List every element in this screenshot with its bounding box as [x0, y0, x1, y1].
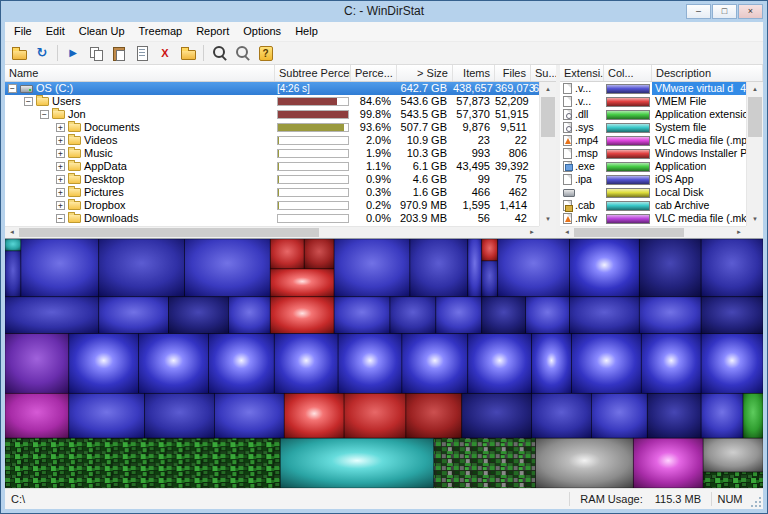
- treemap-block[interactable]: [410, 239, 468, 297]
- treemap-block[interactable]: [570, 239, 640, 297]
- menu-file[interactable]: File: [7, 22, 39, 41]
- extension-row[interactable]: .mkvVLC media file (.mkv): [560, 212, 746, 225]
- expand-toggle[interactable]: −: [24, 97, 33, 106]
- treemap-block[interactable]: [139, 334, 209, 394]
- report-button[interactable]: [131, 43, 153, 63]
- treemap-block[interactable]: [703, 438, 763, 472]
- expand-toggle[interactable]: +: [56, 201, 65, 210]
- treemap-block[interactable]: [145, 393, 215, 438]
- scroll-left-arrow-icon[interactable]: ◄: [560, 227, 574, 238]
- treemap-block[interactable]: [591, 393, 647, 438]
- treemap-block[interactable]: [208, 334, 274, 394]
- treemap-block[interactable]: [701, 334, 763, 394]
- treemap-block[interactable]: [5, 297, 99, 334]
- close-button[interactable]: ×: [738, 4, 763, 19]
- expand-toggle[interactable]: −: [8, 84, 17, 93]
- tree-row[interactable]: +Pictures0.3%1.6 GB466462: [5, 186, 539, 199]
- treemap-block[interactable]: [99, 297, 169, 334]
- scrollbar-thumb[interactable]: [574, 228, 684, 237]
- extension-row[interactable]: .cabcab Archive: [560, 199, 746, 212]
- treemap-block[interactable]: [5, 251, 21, 297]
- zoom-out-button[interactable]: [231, 43, 253, 63]
- extension-row[interactable]: .dllApplication extension: [560, 108, 746, 121]
- treemap-block[interactable]: [5, 393, 69, 438]
- extension-row[interactable]: .sysSystem file: [560, 121, 746, 134]
- expand-toggle[interactable]: +: [56, 149, 65, 158]
- extension-row[interactable]: .exeApplication: [560, 160, 746, 173]
- menu-options[interactable]: Options: [236, 22, 288, 41]
- menu-clean-up[interactable]: Clean Up: [72, 22, 132, 41]
- extension-row[interactable]: .mspWindows Installer Patch: [560, 147, 746, 160]
- treemap-block[interactable]: [99, 239, 185, 297]
- tree-row[interactable]: −OS (C:)[4:26 s]642.7 GB438,657369,0736: [5, 82, 539, 95]
- column-header-size[interactable]: > Size: [397, 65, 453, 81]
- treemap-block[interactable]: [701, 239, 763, 297]
- scroll-right-arrow-icon[interactable]: ►: [525, 227, 539, 238]
- treemap-block[interactable]: [5, 438, 280, 488]
- tree-row[interactable]: +Music1.9%10.3 GB993806: [5, 147, 539, 160]
- scrollbar-thumb[interactable]: [541, 97, 555, 137]
- treemap-block[interactable]: [390, 297, 436, 334]
- menu-edit[interactable]: Edit: [39, 22, 72, 41]
- treemap-block[interactable]: [338, 334, 402, 394]
- tree-vertical-scrollbar[interactable]: ▲ ▼: [539, 82, 556, 226]
- copy-button[interactable]: [85, 43, 107, 63]
- help-button[interactable]: [254, 43, 276, 63]
- treemap-block[interactable]: [482, 239, 498, 261]
- treemap-block[interactable]: [743, 393, 763, 438]
- treemap-block[interactable]: [228, 297, 270, 334]
- extension-vertical-scrollbar[interactable]: ▲ ▼: [746, 82, 763, 226]
- treemap-block[interactable]: [334, 297, 390, 334]
- menu-treemap[interactable]: Treemap: [132, 22, 190, 41]
- treemap-block[interactable]: [69, 334, 139, 394]
- scroll-down-arrow-icon[interactable]: ▼: [540, 212, 556, 226]
- scroll-left-arrow-icon[interactable]: ◄: [5, 227, 19, 238]
- treemap-block[interactable]: [639, 297, 701, 334]
- treemap-block[interactable]: [185, 239, 271, 297]
- expand-toggle[interactable]: −: [56, 214, 65, 223]
- treemap-block[interactable]: [703, 472, 763, 488]
- treemap-block[interactable]: [532, 393, 592, 438]
- treemap-block[interactable]: [647, 393, 701, 438]
- treemap-block[interactable]: [498, 239, 570, 297]
- column-header-name[interactable]: Name: [5, 65, 275, 81]
- treemap-block[interactable]: [5, 239, 21, 251]
- extension-horizontal-scrollbar[interactable]: ◄ ►: [560, 226, 746, 238]
- treemap-block[interactable]: [482, 297, 526, 334]
- expand-toggle[interactable]: −: [40, 110, 49, 119]
- expand-toggle[interactable]: +: [56, 123, 65, 132]
- treemap-block[interactable]: [304, 239, 334, 269]
- treemap-block[interactable]: [169, 297, 229, 334]
- treemap-block[interactable]: [482, 261, 498, 297]
- treemap-block[interactable]: [639, 239, 701, 297]
- treemap-block[interactable]: [526, 297, 570, 334]
- treemap-block[interactable]: [69, 393, 145, 438]
- treemap-block[interactable]: [274, 334, 338, 394]
- treemap-block[interactable]: [270, 297, 334, 334]
- treemap-block[interactable]: [334, 239, 410, 297]
- extension-row[interactable]: .mp4VLC media file (.mp4): [560, 134, 746, 147]
- tree-row[interactable]: −Users84.6%543.6 GB57,87352,209: [5, 95, 539, 108]
- treemap-block[interactable]: [402, 334, 468, 394]
- column-header-su[interactable]: Su...: [531, 65, 556, 81]
- maximize-button[interactable]: □: [712, 4, 737, 19]
- open-button[interactable]: [8, 43, 30, 63]
- menu-report[interactable]: Report: [189, 22, 236, 41]
- treemap-block[interactable]: [468, 334, 532, 394]
- column-header-description[interactable]: Description: [652, 65, 763, 81]
- column-header-items[interactable]: Items: [453, 65, 495, 81]
- treemap-block[interactable]: [434, 438, 536, 488]
- treemap-block[interactable]: [572, 334, 642, 394]
- scrollbar-thumb[interactable]: [19, 228, 319, 237]
- expand-toggle[interactable]: +: [56, 162, 65, 171]
- treemap-block[interactable]: [468, 239, 482, 297]
- tree-horizontal-scrollbar[interactable]: ◄ ►: [5, 226, 539, 238]
- menu-help[interactable]: Help: [288, 22, 325, 41]
- treemap-block[interactable]: [701, 297, 763, 334]
- tree-row[interactable]: +Dropbox0.2%970.9 MB1,5951,414: [5, 199, 539, 212]
- treemap-view[interactable]: [5, 238, 763, 488]
- scroll-right-arrow-icon[interactable]: ►: [732, 227, 746, 238]
- refresh-all-button[interactable]: [31, 43, 53, 63]
- zoom-in-button[interactable]: [208, 43, 230, 63]
- treemap-block[interactable]: [344, 393, 406, 438]
